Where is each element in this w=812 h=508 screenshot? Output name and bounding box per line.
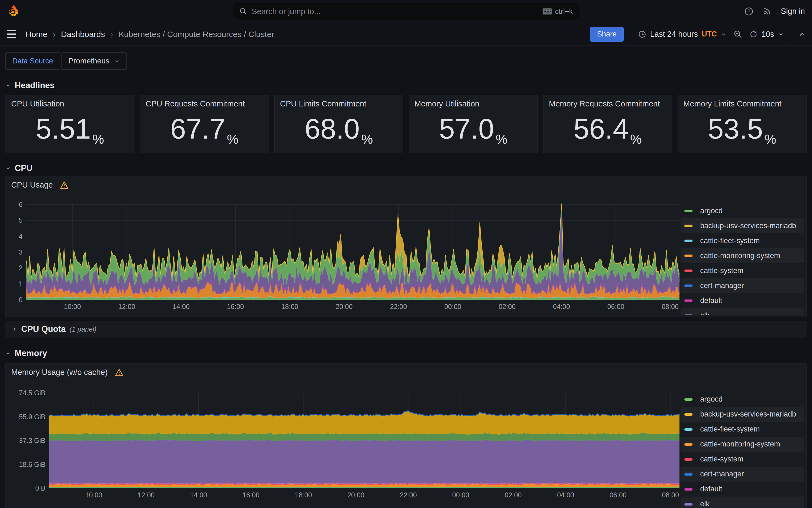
stat-panel-3[interactable]: Memory Utilisation57.0% <box>409 95 538 153</box>
cpu-usage-chart[interactable]: 012345610:0012:0014:0016:0018:0020:0022:… <box>14 202 681 312</box>
chevron-down-icon <box>5 83 11 88</box>
stat-title: Memory Limits Commitment <box>678 95 806 108</box>
legend-label: argocd <box>700 207 723 215</box>
collapse-toolbar-chevron-up-icon[interactable] <box>798 31 806 38</box>
section-panel-count: (1 panel) <box>70 325 97 333</box>
legend-swatch <box>684 458 692 461</box>
section-header-cpu-quota[interactable]: CPU Quota (1 panel) <box>5 321 807 338</box>
legend-item-backup-usv-services-mariadb[interactable]: backup-usv-services-mariadb <box>681 407 804 422</box>
legend-label: backup-usv-services-mariadb <box>700 410 796 418</box>
warning-icon[interactable] <box>115 368 124 377</box>
svg-text:18:00: 18:00 <box>295 491 312 499</box>
legend-swatch <box>684 255 692 257</box>
breadcrumb-dashboards[interactable]: Dashboards <box>61 30 105 39</box>
news-rss-icon[interactable] <box>763 7 771 16</box>
legend-item-cattle-system[interactable]: cattle-system <box>681 452 804 467</box>
section-title: CPU <box>15 163 32 173</box>
legend-swatch <box>684 269 692 272</box>
chevron-right-icon <box>12 327 17 332</box>
legend-swatch <box>684 488 692 491</box>
svg-text:20:00: 20:00 <box>335 303 353 310</box>
time-range-label: Last 24 hours <box>650 30 698 39</box>
cpu-usage-panel: CPU Usage 012345610:0012:0014:0016:0018:… <box>5 176 807 317</box>
svg-text:04:00: 04:00 <box>553 303 570 310</box>
timezone-label: UTC <box>702 30 717 38</box>
legend-swatch <box>684 503 692 506</box>
sign-in-link[interactable]: Sign in <box>781 7 805 16</box>
legend-item-cert-manager[interactable]: cert-manager <box>681 278 804 293</box>
memory-usage-chart[interactable]: 0 B18.6 GiB37.3 GiB55.9 GiB74.5 GiB10:00… <box>14 390 681 501</box>
legend-swatch <box>684 413 692 416</box>
legend-swatch <box>684 398 692 401</box>
legend-item-cert-manager[interactable]: cert-manager <box>681 467 804 481</box>
panel-title[interactable]: CPU Usage <box>11 180 53 189</box>
stat-title: Memory Requests Commitment <box>543 95 672 108</box>
help-icon[interactable]: ? <box>744 7 754 16</box>
legend-swatch <box>684 314 692 315</box>
legend-item-elk[interactable]: elk <box>681 497 804 508</box>
menu-hamburger-icon[interactable] <box>7 30 16 38</box>
refresh-interval-label: 10s <box>761 30 774 39</box>
svg-text:16:00: 16:00 <box>227 303 244 310</box>
zoom-out-icon[interactable] <box>734 30 742 39</box>
grafana-logo-icon[interactable] <box>6 4 19 18</box>
panel-title[interactable]: Memory Usage (w/o cache) <box>11 368 108 377</box>
section-header-memory[interactable]: Memory <box>5 348 807 358</box>
svg-text:0 B: 0 B <box>35 484 45 492</box>
search-placeholder: Search or jump to... <box>252 7 542 16</box>
legend-item-elk[interactable]: elk <box>681 308 804 315</box>
refresh-picker[interactable]: 10s <box>750 30 784 39</box>
legend-label: cattle-fleet-system <box>700 237 760 245</box>
svg-text:08:00: 08:00 <box>662 303 679 310</box>
share-button[interactable]: Share <box>590 27 624 42</box>
legend-label: backup-usv-services-mariadb <box>700 222 796 230</box>
stat-panel-0[interactable]: CPU Utilisation5.51% <box>5 95 134 153</box>
warning-icon[interactable] <box>60 181 69 189</box>
legend-item-cattle-system[interactable]: cattle-system <box>681 263 804 278</box>
section-header-headlines[interactable]: Headlines <box>5 81 807 90</box>
legend-item-default[interactable]: default <box>681 481 804 497</box>
search-icon <box>239 7 247 15</box>
legend-swatch <box>684 240 692 242</box>
memory-usage-legend: argocdbackup-usv-services-mariadbcattle-… <box>681 392 804 508</box>
stat-panel-4[interactable]: Memory Requests Commitment56.4% <box>543 95 672 153</box>
datasource-variable-dropdown[interactable]: Prometheus <box>61 52 127 70</box>
legend-item-argocd[interactable]: argocd <box>681 392 804 407</box>
legend-swatch <box>684 299 692 302</box>
legend-swatch <box>684 443 692 446</box>
chevron-down-icon <box>721 31 727 37</box>
breadcrumb-home[interactable]: Home <box>26 30 47 39</box>
clock-icon <box>638 30 646 38</box>
legend-item-cattle-monitoring-system[interactable]: cattle-monitoring-system <box>681 437 804 452</box>
stat-panel-1[interactable]: CPU Requests Commitment67.7% <box>140 95 269 153</box>
headline-stats-row: CPU Utilisation5.51%CPU Requests Commitm… <box>5 95 807 153</box>
legend-item-default[interactable]: default <box>681 293 804 308</box>
legend-item-argocd[interactable]: argocd <box>681 203 804 218</box>
legend-item-cattle-fleet-system[interactable]: cattle-fleet-system <box>681 233 804 248</box>
section-title: CPU Quota <box>21 324 66 334</box>
time-range-picker[interactable]: Last 24 hours UTC <box>638 30 727 39</box>
svg-text:74.5 GiB: 74.5 GiB <box>19 390 45 397</box>
legend-item-cattle-fleet-system[interactable]: cattle-fleet-system <box>681 422 804 437</box>
legend-label: cattle-system <box>700 455 743 463</box>
legend-label: default <box>700 485 722 493</box>
section-header-cpu[interactable]: CPU <box>5 163 807 173</box>
svg-text:37.3 GiB: 37.3 GiB <box>19 437 45 444</box>
chevron-down-icon <box>5 166 11 171</box>
global-search-input[interactable]: Search or jump to... ctrl+k <box>233 3 579 20</box>
legend-swatch <box>684 428 692 431</box>
svg-text:0: 0 <box>19 296 22 303</box>
memory-usage-panel: Memory Usage (w/o cache) 0 B18.6 GiB37.3… <box>5 363 807 508</box>
svg-text:3: 3 <box>19 248 22 256</box>
svg-text:22:00: 22:00 <box>390 303 407 310</box>
svg-text:04:00: 04:00 <box>557 491 574 499</box>
svg-text:08:00: 08:00 <box>662 491 679 499</box>
template-variables-row: Data Source Prometheus <box>5 52 807 70</box>
stat-panel-2[interactable]: CPU Limits Commitment68.0% <box>274 95 403 153</box>
svg-text:00:00: 00:00 <box>452 491 469 499</box>
stat-title: CPU Utilisation <box>6 95 134 108</box>
legend-item-backup-usv-services-mariadb[interactable]: backup-usv-services-mariadb <box>681 218 804 233</box>
stat-panel-5[interactable]: Memory Limits Commitment53.5% <box>678 95 807 153</box>
svg-text:2: 2 <box>19 264 22 272</box>
legend-item-cattle-monitoring-system[interactable]: cattle-monitoring-system <box>681 248 804 263</box>
